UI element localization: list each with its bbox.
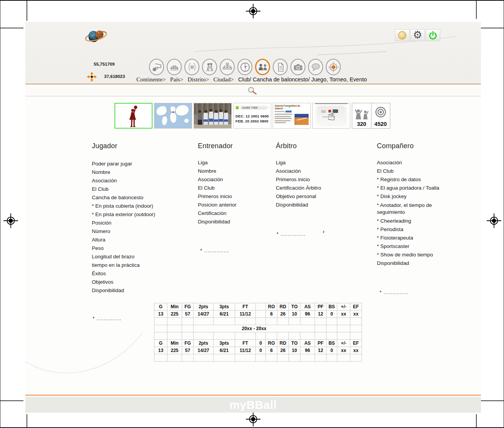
column-item-list: Liga Asociación Primeros inicio Certific… [276, 159, 321, 209]
column-footnote: * .............. [200, 248, 229, 253]
table-empty-row [154, 354, 362, 362]
nav-league-wreath-icon[interactable] [184, 59, 199, 75]
list-item: * Cheerleading [377, 217, 450, 225]
breadcrumb-continente[interactable]: Continente> [136, 76, 166, 83]
gallery-meta [275, 111, 309, 112]
list-item: tiempo en la práctica [92, 261, 155, 269]
bullseye-icon [374, 106, 387, 119]
list-item: Peso [92, 244, 155, 253]
list-item: Certificación Árbitro [276, 184, 321, 192]
list-item: Objetivo personal [276, 192, 321, 201]
app-logo[interactable] [83, 26, 109, 46]
gallery-basketball-photo [294, 114, 309, 125]
breadcrumb-club-segment[interactable]: Club/ Cancha de baloncesto/ Juego, Torne… [238, 76, 367, 83]
search-band [25, 85, 481, 96]
player-figure [204, 112, 208, 125]
game-time-badge: GAME TIME [240, 106, 269, 110]
list-item: * Periodista [377, 225, 450, 234]
column-item-list: Liga Nombre Asociación El Club Primeros … [198, 159, 237, 226]
coins-button[interactable] [395, 29, 410, 41]
crop-mark [481, 28, 504, 28]
pan-move-icon [87, 72, 97, 82]
breadcrumb-distrito[interactable]: Distrito> [187, 76, 209, 83]
list-item: * Sportscaster [377, 242, 450, 251]
map-landmass [176, 105, 189, 116]
mybball-page: ⚙ 55,751709 [25, 22, 481, 413]
status-dot [235, 106, 239, 109]
list-item: * En pista cubierta (indoor) [92, 202, 155, 210]
settings-button[interactable]: ⚙ [410, 29, 425, 41]
list-item: Asociación [198, 175, 237, 184]
column-footnote: * .............. [93, 316, 121, 321]
list-item: Liga [198, 159, 237, 167]
list-item: Poder parar jugar [92, 160, 155, 168]
list-item: * Disk jockey [377, 192, 450, 201]
list-item: El Club [198, 184, 237, 192]
thumbnail-player-silhouette[interactable] [114, 103, 153, 129]
logout-button[interactable] [426, 29, 440, 41]
season-label: 20xx - 20xx [194, 325, 315, 332]
column-item-list: Poder parar jugar Nombre Asociación El C… [92, 160, 155, 295]
thumbnail-game-time[interactable]: GAME TIME DEC. 12 2001 0600 FEB. 20 2002… [233, 103, 271, 129]
thumbnail-page-preview[interactable]: ☝ [312, 103, 350, 129]
player-figure [214, 112, 218, 125]
column-entrenador: Entrenador Liga Nombre Asociación El Clu… [198, 142, 275, 150]
thumbnail-team-photo[interactable] [194, 103, 232, 129]
map-landmass [170, 113, 176, 123]
nav-basketball-hoop-icon[interactable] [149, 59, 164, 75]
crop-mark [0, 28, 23, 28]
nav-tournament-bracket-icon[interactable] [220, 59, 235, 75]
list-item: Longitud del brazo [92, 253, 155, 261]
crop-mark [0, 400, 23, 401]
column-companero: Compañero Asociación El Club * Registro … [377, 142, 450, 150]
list-item: Altura [92, 236, 155, 244]
game-date-2: FEB. 20 2002 0800 [235, 119, 269, 124]
nav-people-icon[interactable] [255, 59, 270, 75]
coach-figure [198, 112, 202, 125]
registration-mark-left [3, 213, 18, 228]
target-counter[interactable]: 4520 [371, 103, 390, 128]
nav-icon-row [149, 59, 341, 75]
fans-counter[interactable]: 320 [352, 103, 371, 128]
game-date-1: DEC. 12 2001 0600 [235, 114, 269, 119]
list-item: Objetivos [92, 278, 155, 286]
table-header-row: GMinFG2pts3ptsFT0RORDTOASPFBS+/-EF [154, 340, 362, 347]
thumbnail-strip: GAME TIME DEC. 12 2001 0600 FEB. 20 2002… [114, 103, 390, 129]
player-figure [219, 112, 223, 125]
column-jugador: Jugador Poder parar jugar Nombre Asociac… [92, 142, 184, 150]
nav-chat-icon[interactable] [308, 59, 323, 75]
list-item: Cancha de baloncesto [92, 193, 155, 202]
thumbnail-world-map[interactable] [154, 103, 192, 129]
nav-arena-icon[interactable] [167, 59, 182, 75]
table-header-row: GMinFG2pts3ptsFTRORDTOASPFBS+/-EF [154, 303, 362, 311]
content-swoosh [25, 321, 164, 398]
nav-target-icon[interactable] [326, 59, 341, 75]
breadcrumb-ciudad[interactable]: Ciudad> [213, 76, 234, 83]
header-toolbar: ⚙ [395, 29, 440, 41]
nav-jumpball-players-icon[interactable] [202, 59, 217, 75]
map-landmass [171, 106, 176, 112]
footer-brand: myBBall [229, 398, 277, 411]
table-value-row: 132255714/276/2111/1206261096120xxxx [154, 347, 362, 354]
target-count: 4520 [375, 121, 387, 127]
coin-icon [398, 31, 406, 40]
crop-mark [476, 414, 477, 428]
list-item: Nombre [92, 168, 155, 177]
column-title: Entrenador [198, 142, 275, 150]
thumbnail-photo-gallery[interactable]: Galería Fotográfica de Gabriel [273, 103, 311, 129]
nav-camera-icon[interactable] [290, 59, 305, 75]
breadcrumb-pais[interactable]: País> [170, 76, 184, 83]
column-footnote: * .............. [380, 289, 408, 295]
column-title: Árbitro [276, 142, 360, 150]
column-arbitro: Árbitro Liga Asociación Primeros inicio … [276, 142, 360, 150]
column-title: Jugador [92, 142, 184, 150]
list-item: Asociación [377, 159, 450, 167]
search-icon[interactable] [247, 86, 259, 96]
stats-table: GMinFG2pts3ptsFTRORDTOASPFBS+/-EF 132255… [154, 303, 362, 362]
list-item: * Fisioterapeuta [377, 234, 450, 242]
list-item: * En pista exterior (outdoor) [92, 210, 155, 219]
nav-game-clock-icon[interactable] [237, 59, 252, 75]
list-item: El Club [92, 185, 155, 193]
nav-document-icon[interactable] [273, 59, 288, 75]
fans-count: 320 [357, 121, 366, 127]
